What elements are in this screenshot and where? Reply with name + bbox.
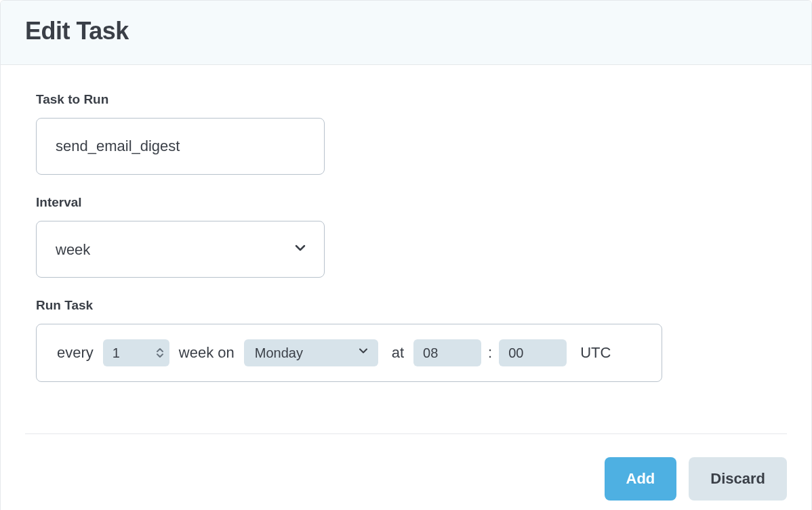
- edit-task-panel: Edit Task Task to Run Interval week Run …: [0, 0, 812, 510]
- run-task-tz-text: UTC: [580, 344, 611, 362]
- time-colon: :: [488, 344, 492, 362]
- interval-select-wrapper: week: [36, 221, 325, 278]
- run-task-label: Run Task: [36, 298, 776, 313]
- interval-select[interactable]: week: [36, 221, 325, 278]
- count-input[interactable]: [103, 339, 169, 366]
- day-select[interactable]: Monday: [244, 339, 378, 366]
- hour-input[interactable]: [413, 339, 481, 366]
- task-to-run-group: Task to Run: [36, 92, 776, 175]
- panel-body: Task to Run Interval week Run Task every: [1, 65, 811, 409]
- run-task-box: every week on Monday: [36, 324, 662, 382]
- interval-group: Interval week: [36, 195, 776, 278]
- count-stepper: [103, 339, 169, 366]
- run-task-group: Run Task every week on Monday: [36, 298, 776, 382]
- run-task-week-on-text: week on: [179, 344, 235, 362]
- run-task-every-text: every: [57, 344, 94, 362]
- task-to-run-label: Task to Run: [36, 92, 776, 107]
- panel-header: Edit Task: [1, 1, 811, 65]
- panel-footer: Add Discard: [25, 433, 787, 510]
- day-select-wrapper: Monday: [244, 339, 378, 366]
- discard-button[interactable]: Discard: [689, 457, 787, 501]
- interval-label: Interval: [36, 195, 776, 210]
- task-to-run-input[interactable]: [36, 118, 325, 175]
- add-button[interactable]: Add: [605, 457, 677, 501]
- minute-input[interactable]: [499, 339, 567, 366]
- run-task-at-text: at: [392, 344, 404, 362]
- panel-title: Edit Task: [25, 17, 787, 45]
